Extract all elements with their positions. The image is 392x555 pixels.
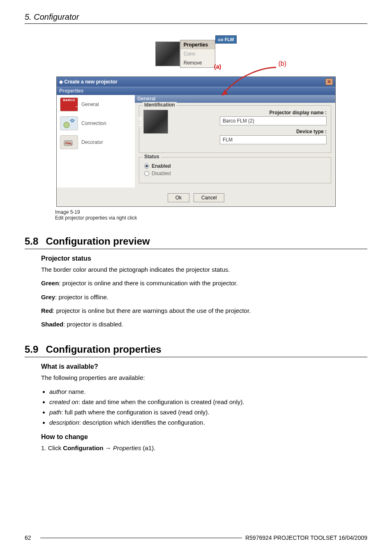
term-red: Red [41,307,53,314]
identification-legend: Identification [143,102,177,108]
nav-item-general-label: General [81,102,99,107]
thumbnail-label: FLM [149,49,154,58]
context-menu-remove[interactable]: Remove [180,58,215,67]
footer-text: R5976924 PROJECTOR TOOLSET 16/04/2009 [245,534,367,541]
barco-logo-icon: BARCO ━━ [60,97,78,111]
identification-fields: Projector display name : Barco FLM (2) D… [174,110,327,148]
callout-marker-a: (a) [214,63,221,70]
desc-red: : projector is online but there are warn… [53,307,251,314]
barco-logo-text: BARCO [63,98,75,102]
subheading-how-to-change: How to change [41,433,367,441]
prop-created-desc: : date and time when the configuration i… [78,398,244,405]
dialog-footer: Ok Cancel [57,187,335,206]
prop-author-term: author [49,388,67,395]
ok-button[interactable]: Ok [168,193,189,202]
section-5-8-number: 5.8 [25,236,38,247]
desc-green: : projector is online and there is commu… [59,280,238,287]
term-shaded: Shaded [41,321,63,328]
figure-caption-line2: Edit projector properties via right clic… [55,215,367,221]
status-enabled-option[interactable]: Enabled [144,163,327,169]
chapter-header: 5. Configurator [25,12,367,22]
para-status-intro: The border color around the pictograph i… [41,265,367,274]
prop-path-desc: : full path where the configuration is s… [61,409,209,416]
context-menu-conn[interactable]: Conn [180,49,215,58]
dialog-titlebar: ◆ Create a new projector ✕ [57,77,335,87]
header-rule [25,23,367,24]
section-5-8-rule [25,249,367,249]
status-disabled-label: Disabled [152,171,171,176]
section-5-9-rule [25,357,367,357]
para-status-red: Red: projector is online but there are w… [41,306,367,315]
subheading-projector-status: Projector status [41,255,367,262]
nav-item-connection-label: Connection [81,120,106,126]
create-projector-dialog: ◆ Create a new projector ✕ Properties BA… [56,76,336,207]
status-enabled-label: Enabled [152,163,171,169]
dialog-title-text: Create a new projector [64,79,117,85]
cancel-button[interactable]: Cancel [194,193,224,202]
nav-item-general[interactable]: BARCO ━━ General [57,95,135,114]
figure-5-19: FLM Properties Conn Remove co FLM (a) (b… [56,31,336,207]
identification-thumb-label: FLM [138,117,143,127]
dialog-title-icon: ◆ [59,79,63,85]
para-status-green: Green: projector is online and there is … [41,278,367,288]
context-menu: Properties Conn Remove [180,40,215,68]
projector-thumbnail[interactable]: FLM [155,42,180,66]
term-green: Green [41,280,59,287]
list-item: author name. [49,387,367,396]
svg-point-0 [64,122,69,128]
dialog-right-panel: General Identification FLM Projector dis… [135,95,335,187]
properties-bar: Properties [57,87,335,95]
section-5-9-title: Configuration properties [46,344,161,355]
desc-shaded: : projector is disabled. [63,321,123,328]
figure-caption-line1: Image 5-19 [55,209,367,215]
section-5-8-title: Configuration preview [46,236,150,247]
display-name-label: Projector display name : [174,110,327,116]
section-5-9-heading: 5.9 Configuration properties [25,344,367,355]
dialog-title: ◆ Create a new projector [59,79,118,85]
term-grey: Grey [41,294,55,301]
nav-item-decorator[interactable]: Decorator [57,133,135,152]
para-available-intro: The following properties are available: [41,373,367,382]
step1-pre: 1. Click [41,444,63,451]
figure-top-row: FLM Properties Conn Remove co FLM (a) (b… [56,31,336,76]
page-number: 62 [25,534,37,541]
step-1: 1. Click Configuration → Properties (a1)… [41,443,367,453]
footer-rule [40,538,242,538]
section-5-9-number: 5.9 [25,344,38,355]
device-type-field[interactable]: FLM [220,135,327,144]
prop-description-desc: : description which identifies the confi… [79,419,205,426]
list-item: description: description which identifie… [49,418,367,427]
display-name-field[interactable]: Barco FLM (2) [220,116,327,125]
radio-selected-icon [144,164,149,169]
status-legend: Status [143,154,161,160]
status-disabled-option[interactable]: Disabled [144,171,327,176]
prop-created-term: created on [49,398,78,405]
radio-unselected-icon [144,171,149,176]
context-menu-properties[interactable]: Properties [180,40,215,49]
step1-arrow: → [104,444,113,451]
properties-list: author name. created on: date and time w… [41,387,367,428]
prop-path-term: path [49,409,61,416]
subheading-what-available: What is available? [41,363,367,370]
prop-author-desc: name. [67,388,86,395]
identification-thumbnail: FLM [143,110,168,134]
device-type-label: Device type : [174,129,327,134]
close-icon[interactable]: ✕ [325,79,333,85]
page-footer: 62 R5976924 PROJECTOR TOOLSET 16/04/2009 [25,534,367,541]
nav-item-connection[interactable]: Connection [57,114,135,133]
decorator-icon [60,135,78,149]
callout-marker-b: (b) [278,60,286,67]
step1-post: (a1). [141,444,155,451]
list-item: path: full path where the configuration … [49,407,367,417]
projector-tag-right: co FLM [215,35,237,44]
step1-bold: Configuration [63,444,103,451]
dialog-body: BARCO ━━ General Connection [57,95,335,187]
status-fieldset: Status Enabled Disabled [139,157,331,183]
nav-item-decorator-label: Decorator [81,139,103,145]
prop-description-term: description [49,419,79,426]
para-status-grey: Grey: projector is offline. [41,292,367,302]
identification-fieldset: Identification FLM Projector display nam… [139,105,331,153]
connection-icon [60,116,78,130]
dialog-nav: BARCO ━━ General Connection [57,95,135,187]
para-status-shaded: Shaded: projector is disabled. [41,319,367,329]
